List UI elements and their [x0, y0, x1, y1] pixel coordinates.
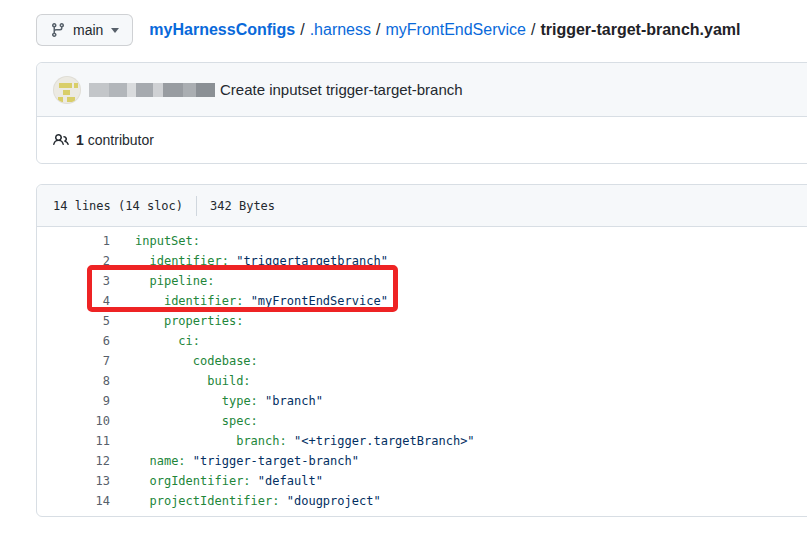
line-number[interactable]: 3 [37, 271, 110, 291]
line-content: identifier: "myFrontEndService" [110, 291, 388, 311]
git-branch-icon [50, 22, 66, 38]
breadcrumb-current-file: trigger-target-branch.yaml [540, 21, 740, 38]
redacted-block [136, 83, 153, 97]
line-number[interactable]: 13 [37, 471, 110, 491]
code-line: 2 identifier: "triggertargetbranch" [37, 251, 807, 271]
commit-author-redacted [89, 83, 215, 97]
code-line: 1inputSet: [37, 231, 807, 251]
line-content: identifier: "triggertargetbranch" [110, 251, 388, 271]
line-number[interactable]: 8 [37, 371, 110, 391]
line-number[interactable]: 5 [37, 311, 110, 331]
line-content: properties: [110, 311, 243, 331]
breadcrumb-separator: / [300, 21, 304, 38]
redacted-block [153, 83, 163, 97]
commit-header: Create inputset trigger-target-branch [37, 63, 807, 117]
code-line: 7 codebase: [37, 351, 807, 371]
code-line: 6 ci: [37, 331, 807, 351]
redacted-block [196, 83, 215, 97]
line-content: inputSet: [110, 231, 200, 251]
code-line: 4 identifier: "myFrontEndService" [37, 291, 807, 311]
line-content: codebase: [110, 351, 258, 371]
line-number[interactable]: 11 [37, 431, 110, 451]
breadcrumb-separator: / [376, 21, 380, 38]
code-line: 12 name: "trigger-target-branch" [37, 451, 807, 471]
contributors-row: 1 contributor [37, 117, 807, 163]
breadcrumb: myHarnessConfigs/.harness/myFrontEndServ… [149, 21, 740, 39]
code-line: 11 branch: "<+trigger.targetBranch>" [37, 431, 807, 451]
code-line: 8 build: [37, 371, 807, 391]
file-navigation-bar: main myHarnessConfigs/.harness/myFrontEn… [36, 14, 807, 46]
line-content: orgIdentifier: "default" [110, 471, 323, 491]
line-content: type: "branch" [110, 391, 323, 411]
line-content: spec: [110, 411, 258, 431]
branch-name-label: main [73, 22, 103, 38]
file-lines-info: 14 lines (14 sloc) [53, 199, 183, 213]
line-number[interactable]: 7 [37, 351, 110, 371]
line-content: build: [110, 371, 251, 391]
breadcrumb-separator: / [531, 21, 535, 38]
redacted-block [183, 83, 196, 97]
redacted-block [127, 83, 136, 97]
line-content: projectIdentifier: "dougproject" [110, 491, 381, 511]
code-line: 10 spec: [37, 411, 807, 431]
line-content: branch: "<+trigger.targetBranch>" [110, 431, 475, 451]
breadcrumb-link[interactable]: myFrontEndService [385, 21, 526, 38]
code-viewer: 1inputSet:2 identifier: "triggertargetbr… [37, 227, 807, 516]
redacted-block [163, 83, 183, 97]
people-icon [53, 132, 69, 148]
line-number[interactable]: 2 [37, 251, 110, 271]
file-size: 342 Bytes [210, 199, 275, 213]
divider [196, 196, 197, 216]
file-meta-bar: 14 lines (14 sloc) 342 Bytes [37, 185, 807, 227]
chevron-down-icon [111, 28, 119, 33]
line-number[interactable]: 1 [37, 231, 110, 251]
redacted-block [89, 83, 109, 97]
line-number[interactable]: 9 [37, 391, 110, 411]
line-number[interactable]: 12 [37, 451, 110, 471]
line-content: pipeline: [110, 271, 214, 291]
line-number[interactable]: 14 [37, 491, 110, 511]
latest-commit-box: Create inputset trigger-target-branch 1 … [36, 62, 807, 164]
code-line: 3 pipeline: [37, 271, 807, 291]
contributor-count[interactable]: 1 [76, 132, 84, 148]
breadcrumb-link[interactable]: .harness [310, 21, 371, 38]
line-number[interactable]: 10 [37, 411, 110, 431]
code-line: 14 projectIdentifier: "dougproject" [37, 491, 807, 511]
github-file-page: main myHarnessConfigs/.harness/myFrontEn… [0, 0, 807, 533]
breadcrumb-link[interactable]: myHarnessConfigs [149, 21, 295, 38]
code-line: 9 type: "branch" [37, 391, 807, 411]
line-number[interactable]: 6 [37, 331, 110, 351]
contributor-label[interactable]: contributor [88, 132, 154, 148]
branch-selector-button[interactable]: main [36, 14, 133, 46]
code-line: 5 properties: [37, 311, 807, 331]
avatar[interactable] [53, 76, 81, 104]
redacted-block [109, 83, 127, 97]
code-line: 13 orgIdentifier: "default" [37, 471, 807, 491]
file-blob-box: 14 lines (14 sloc) 342 Bytes 1inputSet:2… [36, 184, 807, 517]
commit-message-link[interactable]: Create inputset trigger-target-branch [220, 81, 463, 98]
line-content: name: "trigger-target-branch" [110, 451, 359, 471]
line-content: ci: [110, 331, 200, 351]
line-number[interactable]: 4 [37, 291, 110, 311]
